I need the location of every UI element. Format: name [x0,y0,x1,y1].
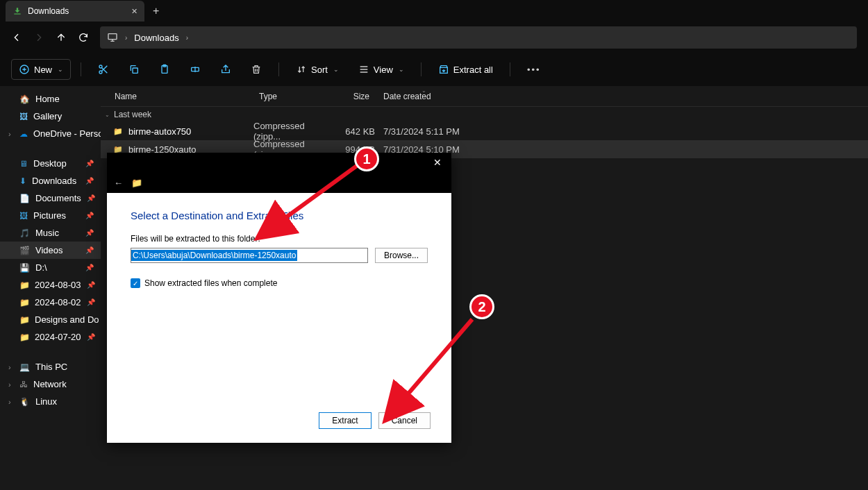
separator [421,62,422,76]
destination-path-input[interactable]: C:\Users\abuja\Downloads\birme-1250xauto [131,248,368,263]
desktop-icon: 🖥 [19,159,28,169]
sort-icon [296,64,307,75]
chevron-down-icon: ⌄ [399,66,404,73]
annotation-badge-2: 2 [469,294,494,319]
back-button[interactable] [11,32,22,43]
download-icon [12,6,22,16]
new-button[interactable]: New ⌄ [11,59,71,80]
file-row[interactable]: 📁birme-autox750Compressed (zipp...642 KB… [101,122,868,140]
sidebar-item-onedrive[interactable]: ☁OneDrive - Persona [0,125,101,142]
dialog-titlebar: ✕ [107,153,451,172]
gallery-icon: 🖼 [19,112,28,121]
sidebar-label: Network [33,379,67,389]
sort-label: Sort [311,65,328,75]
column-date[interactable]: ⌄Date created [375,92,472,101]
pin-icon: 📌 [85,177,94,185]
dialog-body: Select a Destination and Extract Files F… [107,193,451,443]
ellipsis-icon: ••• [527,65,541,75]
view-button[interactable]: View ⌄ [351,60,411,79]
pin-icon: 📌 [87,333,95,341]
sidebar-label: OneDrive - Persona [33,128,101,139]
browse-button[interactable]: Browse... [375,248,428,263]
back-icon[interactable]: ← [114,178,123,188]
column-type[interactable]: Type [253,92,326,101]
group-header[interactable]: ⌄Last week [101,107,868,122]
svg-point-2 [99,65,102,68]
sidebar-item-folder4[interactable]: 📁2024-07-20📌 [0,328,101,346]
sidebar-item-videos[interactable]: 🎬Videos📌 [0,242,101,259]
sidebar-item-folder2[interactable]: 📁2024-08-02📌 [0,294,101,311]
network-icon: 🖧 [19,380,28,389]
tab-title: Downloads [28,6,69,16]
sidebar-item-gallery[interactable]: 🖼Gallery [0,108,101,125]
extract-all-label: Extract all [453,65,493,75]
chevron-down-icon: ⌄ [105,112,110,118]
sidebar-item-desktop[interactable]: 🖥Desktop📌 [0,155,101,172]
checkbox-checked-icon[interactable]: ✓ [131,278,140,288]
extract-all-button[interactable]: Extract all [431,60,500,79]
file-date: 7/31/2024 5:11 PM [375,126,472,137]
column-name[interactable]: Name [101,92,253,101]
sidebar-label: 2024-07-20 [35,332,81,342]
title-bar: Downloads ✕ + [0,0,868,22]
sidebar-item-documents[interactable]: 📄Documents📌 [0,189,101,207]
share-button[interactable] [213,60,238,79]
pin-icon: 📌 [85,160,94,167]
window-tab[interactable]: Downloads ✕ [6,1,144,22]
close-icon[interactable]: ✕ [429,157,446,168]
sidebar-label: This PC [35,362,67,372]
sidebar-item-network[interactable]: 🖧Network [0,375,101,393]
show-files-checkbox-row[interactable]: ✓ Show extracted files when complete [131,278,428,288]
column-size[interactable]: Size [326,92,375,101]
sidebar-item-thispc[interactable]: 💻This PC [0,358,101,375]
breadcrumb-location[interactable]: Downloads [134,33,178,43]
folder-icon: 📁 [19,280,29,290]
separator [278,62,279,76]
sidebar-item-linux[interactable]: 🐧Linux [0,393,101,410]
sidebar-label: Downloads [32,176,76,186]
paste-button[interactable] [152,60,177,79]
sidebar-item-folder1[interactable]: 📁2024-08-03📌 [0,276,101,294]
sort-button[interactable]: Sort ⌄ [289,60,346,79]
delete-button[interactable] [244,60,269,79]
new-label: New [34,65,52,75]
sidebar-label: Videos [35,245,63,255]
pin-icon: 📌 [87,298,95,306]
rename-button[interactable] [183,60,208,79]
sidebar-item-drive-d[interactable]: 💾D:\📌 [0,259,101,276]
cut-button[interactable] [91,60,116,79]
forward-button [33,32,44,43]
pc-icon: 💻 [19,362,30,372]
zip-icon: 📁 [113,126,123,136]
address-bar[interactable]: › Downloads › [100,26,857,49]
pin-icon: 📌 [87,194,95,202]
close-icon[interactable]: ✕ [131,7,137,16]
pictures-icon: 🖼 [19,211,28,221]
navigation-row: › Downloads › [0,22,868,53]
sidebar-item-folder3[interactable]: 📁Designs and Do📌 [0,311,101,328]
refresh-button[interactable] [78,32,89,43]
new-tab-button[interactable]: + [144,5,167,17]
sidebar-item-downloads[interactable]: ⬇Downloads📌 [0,172,101,189]
copy-button[interactable] [122,60,147,79]
sidebar-item-pictures[interactable]: 🖼Pictures📌 [0,207,101,224]
up-button[interactable] [56,32,67,43]
folder-icon: 📁 [19,315,29,325]
svg-point-3 [99,71,102,74]
extract-button[interactable]: Extract [319,412,371,429]
file-name: birme-autox750 [128,126,191,137]
sidebar-label: 2024-08-03 [35,280,81,290]
sidebar-item-home[interactable]: 🏠Home [0,90,101,108]
cancel-button[interactable]: Cancel [378,412,431,429]
sort-indicator-icon: ⌄ [422,87,426,94]
video-icon: 🎬 [19,246,30,255]
trash-icon [251,64,262,75]
sidebar-item-music[interactable]: 🎵Music📌 [0,224,101,242]
sidebar-label: Linux [35,396,57,407]
pin-icon: 📌 [85,229,94,237]
chevron-right-icon: › [186,34,188,42]
column-headers: Name Type Size ⌄Date created [101,86,868,107]
more-button[interactable]: ••• [520,60,548,79]
chevron-down-icon: ⌄ [58,66,63,73]
monitor-icon [107,32,118,43]
